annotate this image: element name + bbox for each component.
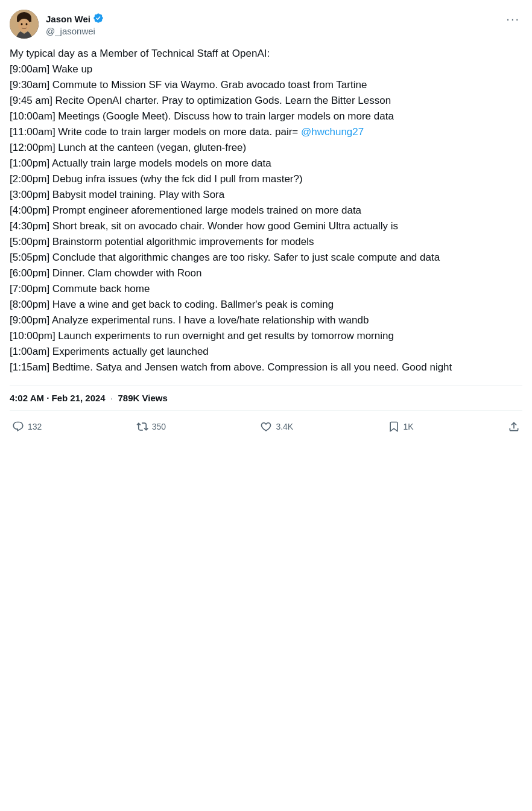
like-count: 3.4K [276, 422, 293, 431]
tweet-line-1: [9:00am] Wake up [10, 62, 522, 77]
tweet-line-0: My typical day as a Member of Technical … [10, 46, 522, 62]
tweet-header-left: Jason Wei @_jasonwei [10, 10, 104, 39]
tweet-line-5: [11:00am] Write code to train larger mod… [10, 124, 522, 140]
tweet-line-3: [9:45 am] Recite OpenAI charter. Pray to… [10, 93, 522, 109]
svg-point-3 [18, 19, 30, 32]
tweet-line-20: [1:15am] Bedtime. Satya and Jensen watch… [10, 360, 522, 375]
retweet-action[interactable]: 350 [134, 416, 168, 437]
tweet-line-4: [10:00am] Meetings (Google Meet). Discus… [10, 109, 522, 124]
bookmark-action[interactable]: 1K [385, 416, 416, 437]
reply-svg [12, 421, 24, 433]
user-info: Jason Wei @_jasonwei [46, 13, 104, 36]
bookmark-count: 1K [404, 422, 414, 431]
tweet-line-8: [2:00pm] Debug infra issues (why the fck… [10, 171, 522, 187]
tweet-line-10: [4:00pm] Prompt engineer aforementioned … [10, 203, 522, 218]
tweet-line-9: [3:00pm] Babysit model training. Play wi… [10, 187, 522, 203]
reply-icon [12, 421, 24, 433]
svg-point-4 [21, 23, 23, 25]
tweet-header: Jason Wei @_jasonwei ··· [10, 10, 522, 39]
tweet-line-2: [9:30am] Commute to Mission SF via Waymo… [10, 77, 522, 93]
svg-point-5 [26, 23, 28, 25]
retweet-svg [136, 421, 148, 433]
tweet-line-15: [7:00pm] Commute back home [10, 281, 522, 297]
verified-badge [93, 13, 104, 26]
tweet-card: Jason Wei @_jasonwei ··· My typical day … [0, 0, 532, 442]
display-name[interactable]: Jason Wei [46, 13, 104, 26]
name-text: Jason Wei [46, 14, 90, 24]
like-svg [260, 421, 272, 433]
reply-action[interactable]: 132 [10, 416, 44, 437]
tweet-line-18: [10:00pm] Launch experiments to run over… [10, 328, 522, 344]
tweet-line-7: [1:00pm] Actually train large models mod… [10, 156, 522, 171]
avatar-svg [10, 10, 39, 39]
tweet-actions: 132 350 3.4K 1K [10, 413, 522, 442]
bookmark-svg [388, 421, 400, 433]
tweet-body: My typical day as a Member of Technical … [10, 46, 522, 375]
tweet-line-6: [12:00pm] Lunch at the canteen (vegan, g… [10, 140, 522, 156]
avatar[interactable] [10, 10, 39, 39]
tweet-line-12: [5:00pm] Brainstorm potential algorithmi… [10, 234, 522, 250]
tweet-line-17: [9:00pm] Analyze experimental runs. I ha… [10, 313, 522, 328]
tweet-line-19: [1:00am] Experiments actually get launch… [10, 344, 522, 360]
username[interactable]: @_jasonwei [46, 26, 104, 36]
retweet-icon [136, 421, 148, 433]
views[interactable]: 789K Views [118, 393, 168, 403]
like-action[interactable]: 3.4K [258, 416, 296, 437]
bookmark-icon [388, 421, 400, 433]
tweet-line-11: [4:30pm] Short break, sit on avocado cha… [10, 218, 522, 234]
tweet-line-16: [8:00pm] Have a wine and get back to cod… [10, 297, 522, 313]
tweet-meta: 4:02 AM · Feb 21, 2024 · 789K Views [10, 385, 522, 411]
tweet-line-13: [5:05pm] Conclude that algorithmic chang… [10, 250, 522, 266]
timestamp: 4:02 AM · Feb 21, 2024 [10, 393, 106, 403]
reply-count: 132 [28, 422, 42, 431]
share-icon [508, 421, 520, 433]
mention-hwchung27[interactable]: @hwchung27 [301, 126, 364, 138]
share-action[interactable] [505, 416, 522, 437]
more-options-button[interactable]: ··· [504, 10, 522, 28]
like-icon [260, 421, 272, 433]
share-svg [508, 421, 520, 433]
tweet-line-14: [6:00pm] Dinner. Clam chowder with Roon [10, 266, 522, 281]
retweet-count: 350 [152, 422, 166, 431]
